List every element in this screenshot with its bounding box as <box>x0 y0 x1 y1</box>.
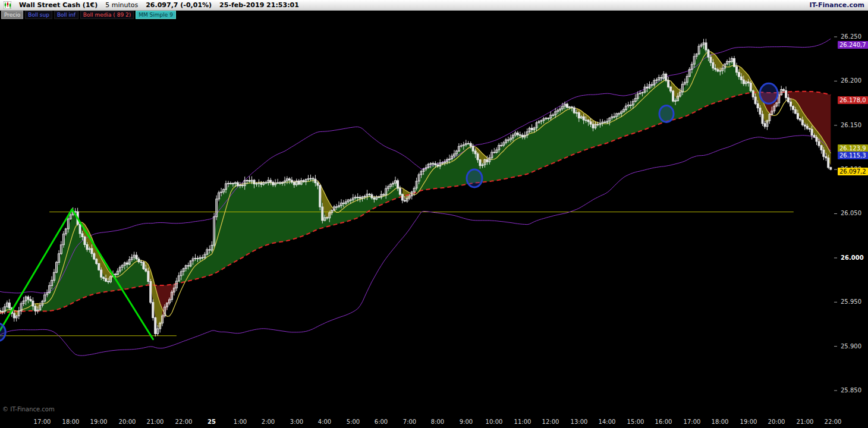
x-axis-label: 19:00 <box>86 418 112 425</box>
timeframe-label: 5 minutos <box>105 1 138 9</box>
x-axis-label: 19:00 <box>735 418 762 425</box>
x-axis-label: 21:00 <box>142 418 168 425</box>
ellipse-annotation <box>659 105 674 122</box>
x-axis-label: 13:00 <box>566 418 592 425</box>
last-quote: 26.097,7 (-0,01%) <box>146 1 212 9</box>
x-axis-label: 10:00 <box>481 418 507 425</box>
x-axis-label: 20:00 <box>114 418 140 425</box>
x-axis-label: 14:00 <box>594 418 620 425</box>
x-axis-label: 22:00 <box>171 418 197 425</box>
ellipse-annotation <box>760 83 778 103</box>
y-axis-label: 26.250 <box>841 33 861 40</box>
y-axis-label: 25.900 <box>841 343 861 350</box>
candlestick-icon <box>4 1 11 9</box>
x-axis-label: 2:00 <box>255 418 281 425</box>
y-axis-label: 25.850 <box>841 387 861 394</box>
legend-item-boll-inf[interactable]: Boll inf <box>54 11 78 19</box>
topbar: Wall Street Cash (1€) 5 minutos 26.097,7… <box>0 0 868 11</box>
x-axis-label: 12:00 <box>537 418 564 425</box>
y-axis-label: 26.200 <box>841 77 861 84</box>
price-tag-boll-inf: 26.115,3 <box>838 152 868 159</box>
x-axis-label: 3:00 <box>284 418 310 425</box>
ellipse-annotation <box>0 323 5 341</box>
ellipse-annotation <box>467 169 482 187</box>
price-chart-plot[interactable] <box>0 19 837 428</box>
instrument-name: Wall Street Cash (1€) <box>19 1 98 9</box>
x-axis-label: 17:00 <box>679 418 705 425</box>
x-axis-label: 16:00 <box>650 418 677 425</box>
datetime-label: 25-feb-2019 21:53:01 <box>219 1 299 9</box>
legend-item-boll-media-89-2[interactable]: Boll media ( 89 2) <box>80 11 134 19</box>
bollinger-lower-band <box>0 136 831 356</box>
x-axis-label: 1:00 <box>227 418 253 425</box>
x-axis-label: 5:00 <box>340 418 366 425</box>
x-axis-label: 9:00 <box>453 418 479 425</box>
legend-item-mm-simple-9[interactable]: MM Simple 9 <box>136 11 176 19</box>
x-axis-label: 20:00 <box>763 418 790 425</box>
fill-bearish <box>14 92 831 329</box>
y-axis-label: 26.150 <box>841 122 861 128</box>
x-axis-label: 22:00 <box>820 418 846 425</box>
x-axis-label: 8:00 <box>424 418 451 425</box>
y-axis-label: 26.050 <box>841 210 861 216</box>
trading-app-window: Wall Street Cash (1€) 5 minutos 26.097,7… <box>0 0 868 428</box>
indicator-legend: PrecioBoll supBoll infBoll media ( 89 2)… <box>0 11 868 19</box>
x-axis-label: 15:00 <box>622 418 649 425</box>
price-axis[interactable]: 26.25026.20026.15026.10026.05026.00025.9… <box>837 19 868 428</box>
x-axis-label: 25 <box>199 418 225 425</box>
x-axis-label: 21:00 <box>792 418 818 425</box>
legend-item-precio[interactable]: Precio <box>1 11 23 19</box>
x-axis-label: 18:00 <box>707 418 733 425</box>
x-axis-label: 7:00 <box>397 418 423 425</box>
x-axis-label: 17:00 <box>29 418 55 425</box>
chart-area: 26.25026.20026.15026.10026.05026.00025.9… <box>0 19 868 428</box>
y-axis-label: 25.950 <box>841 298 861 305</box>
price-tag-last-price: 26.097,2 <box>838 168 868 175</box>
y-axis-label: 26.000 <box>841 254 864 261</box>
x-axis-label: 18:00 <box>58 418 84 425</box>
brand-link[interactable]: IT-Finance.com <box>809 1 864 9</box>
legend-item-boll-sup[interactable]: Boll sup <box>25 11 52 19</box>
watermark: © IT-Finance.com <box>2 406 55 413</box>
x-axis-label: 4:00 <box>312 418 338 425</box>
price-tag-boll-media: 26.178,0 <box>838 96 868 104</box>
x-axis-label: 11:00 <box>510 418 536 425</box>
x-axis-label: 6:00 <box>368 418 394 425</box>
price-tag-boll-sup: 26.240,7 <box>838 41 868 49</box>
